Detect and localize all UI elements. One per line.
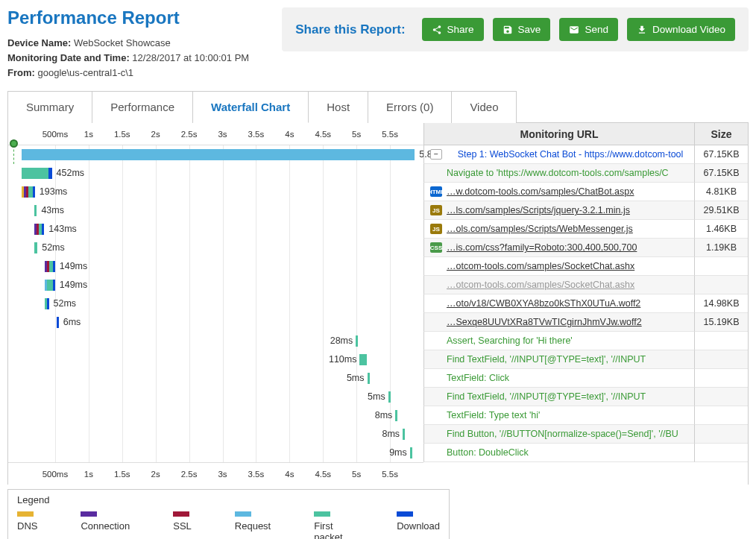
bar-label: 9ms bbox=[389, 447, 407, 458]
waterfall-bar[interactable] bbox=[45, 261, 55, 272]
size-cell: 1.19KB bbox=[694, 239, 748, 257]
legend-label: First packet bbox=[314, 520, 353, 539]
segment-fp bbox=[403, 429, 405, 440]
waterfall-bar[interactable] bbox=[395, 410, 397, 421]
bar-row: 5ms bbox=[8, 369, 423, 388]
segment-dl bbox=[42, 224, 44, 235]
waterfall-bar[interactable] bbox=[356, 335, 358, 347]
url-link[interactable]: …otcom-tools.com/samples/SocketChat.ashx bbox=[447, 261, 634, 271]
url-link: Find TextField, '//INPUT[@TYPE=text]', '… bbox=[447, 391, 646, 402]
size-cell bbox=[694, 257, 748, 276]
axis-tick: 4.5s bbox=[315, 130, 331, 139]
size-cell bbox=[694, 388, 748, 406]
download-video-button[interactable]: Download Video bbox=[627, 18, 735, 41]
html-icon: HTML bbox=[430, 186, 442, 197]
bar-label: 5ms bbox=[347, 373, 365, 383]
axis-tick: 3s bbox=[218, 130, 227, 139]
share-icon bbox=[432, 25, 442, 35]
device-value: WebSocket Showcase bbox=[74, 37, 171, 48]
segment-fp bbox=[22, 168, 48, 179]
size-cell: 67.15KB bbox=[694, 145, 748, 164]
tab-video[interactable]: Video bbox=[452, 91, 517, 123]
waterfall-bar[interactable] bbox=[57, 317, 59, 328]
url-link: Assert, Searching for 'Hi there' bbox=[447, 335, 573, 346]
send-button-label: Send bbox=[585, 24, 608, 35]
bar-row: 9ms bbox=[8, 444, 423, 462]
segment-fp bbox=[356, 335, 358, 347]
size-cell bbox=[694, 332, 748, 350]
share-label: Share this Report: bbox=[295, 22, 405, 37]
bar-row: 5.87s bbox=[8, 145, 423, 164]
waterfall-area: 500ms1s1.5s2s2.5s3s3.5s4s4.5s5s5.5s 5.87… bbox=[7, 123, 749, 485]
size-column: Size 67.15KB67.15KB4.81KB29.51KB1.46KB1.… bbox=[694, 123, 748, 485]
bar-row: 8ms bbox=[8, 425, 423, 444]
segment-fp bbox=[34, 205, 37, 216]
url-link[interactable]: …ls.com/samples/Scripts/jquery-3.2.1.min… bbox=[447, 205, 630, 215]
axis-tick: 2s bbox=[151, 470, 160, 479]
bar-row: 452ms bbox=[8, 164, 423, 183]
bar-row: 149ms bbox=[8, 257, 423, 276]
url-link[interactable]: Step 1: WebSocket Chat Bot - https://www… bbox=[447, 149, 694, 160]
start-dash-line bbox=[13, 145, 14, 164]
segment-dl bbox=[48, 168, 52, 179]
waterfall-bar[interactable] bbox=[359, 354, 367, 365]
legend-item-dl: Download bbox=[397, 511, 440, 539]
tab-errors-0-[interactable]: Errors (0) bbox=[368, 91, 452, 123]
url-link[interactable]: …oto/v18/CWB0XYA8bzo0kSThX0UTuA.woff2 bbox=[447, 298, 640, 309]
legend-swatch bbox=[397, 511, 413, 517]
axis-tick: 4s bbox=[285, 130, 294, 139]
legend-label: Connection bbox=[81, 520, 130, 532]
waterfall-bar[interactable] bbox=[34, 224, 45, 235]
waterfall-bar[interactable] bbox=[22, 149, 415, 160]
url-row: JS…ls.com/samples/Scripts/jquery-3.2.1.m… bbox=[423, 201, 694, 220]
js-icon: JS bbox=[430, 224, 442, 234]
url-row: …otcom-tools.com/samples/SocketChat.ashx bbox=[423, 257, 694, 276]
tab-performance[interactable]: Performance bbox=[92, 91, 193, 123]
url-header: Monitoring URL bbox=[423, 123, 694, 145]
bar-label: 43ms bbox=[41, 205, 64, 215]
segment-fp bbox=[388, 391, 391, 403]
waterfall-bar[interactable] bbox=[45, 280, 55, 291]
url-link: Button: DoubleClick bbox=[447, 447, 529, 458]
bars-area: 5.87s452ms193ms43ms143ms52ms149ms149ms52… bbox=[8, 145, 423, 462]
save-icon bbox=[503, 25, 513, 35]
size-cell bbox=[694, 350, 748, 369]
axis-tick: 500ms bbox=[42, 470, 69, 479]
url-link[interactable]: …Sexqe8UUVtXRa8TVwTICgirnJhmVJw.woff2 bbox=[447, 317, 642, 327]
waterfall-bar[interactable] bbox=[22, 168, 52, 179]
bar-label: 52ms bbox=[42, 242, 65, 253]
waterfall-bar[interactable] bbox=[22, 186, 35, 198]
share-button[interactable]: Share bbox=[422, 18, 484, 41]
axis-tick: 2s bbox=[151, 130, 160, 139]
collapse-icon: − bbox=[430, 149, 442, 160]
url-link[interactable]: …w.dotcom-tools.com/samples/ChatBot.aspx bbox=[447, 186, 634, 197]
bar-label: 52ms bbox=[54, 298, 77, 309]
tab-waterfall-chart[interactable]: Waterfall Chart bbox=[193, 91, 309, 123]
waterfall-bar[interactable] bbox=[403, 429, 405, 440]
axis-top: 500ms1s1.5s2s2.5s3s3.5s4s4.5s5s5.5s bbox=[8, 123, 423, 145]
waterfall-bar[interactable] bbox=[368, 373, 370, 384]
legend-item-fp: First packet bbox=[314, 511, 353, 539]
legend-item-req: Request bbox=[235, 511, 271, 539]
url-link[interactable]: …otcom-tools.com/samples/SocketChat.ashx bbox=[447, 280, 634, 290]
chart-column: 500ms1s1.5s2s2.5s3s3.5s4s4.5s5s5.5s 5.87… bbox=[8, 123, 423, 485]
waterfall-bar[interactable] bbox=[410, 447, 412, 458]
send-button[interactable]: Send bbox=[559, 18, 618, 41]
tab-host[interactable]: Host bbox=[309, 91, 368, 123]
legend-swatch bbox=[81, 511, 97, 517]
save-button[interactable]: Save bbox=[493, 18, 551, 41]
url-link[interactable]: …ols.com/samples/Scripts/WebMessenger.js bbox=[447, 224, 633, 234]
axis-tick: 3s bbox=[218, 470, 227, 479]
waterfall-bar[interactable] bbox=[388, 391, 391, 403]
size-cell bbox=[694, 444, 748, 462]
tab-summary[interactable]: Summary bbox=[7, 91, 92, 123]
bar-label: 149ms bbox=[60, 261, 88, 271]
waterfall-bar[interactable] bbox=[34, 205, 37, 216]
bar-row: 52ms bbox=[8, 239, 423, 257]
share-panel: Share this Report: Share Save Send Downl… bbox=[282, 7, 749, 51]
waterfall-bar[interactable] bbox=[45, 298, 49, 309]
url-link[interactable]: …is.com/css?family=Roboto:300,400,500,70… bbox=[447, 242, 637, 253]
axis-tick: 3.5s bbox=[248, 130, 265, 139]
waterfall-bar[interactable] bbox=[34, 242, 38, 253]
segment-dl bbox=[57, 317, 59, 328]
